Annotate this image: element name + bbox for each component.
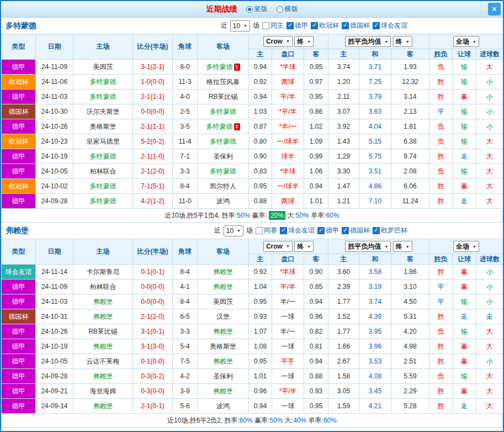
match-date: 24-10-23 xyxy=(36,134,73,149)
home-odds: 1.04 xyxy=(249,280,272,294)
home-team: 柏林联合 xyxy=(73,164,133,179)
checkbox-icon[interactable] xyxy=(262,22,269,29)
checkbox-icon[interactable] xyxy=(373,227,380,234)
away-odds: 0.94 xyxy=(304,354,328,369)
home-odds: 0.95 xyxy=(249,294,272,309)
avg-away-odds: 3.10 xyxy=(391,280,429,294)
avg-draw-odds: 3.79 xyxy=(359,89,391,104)
handicap-result: 赢 xyxy=(453,265,476,280)
summary-text: 单率: xyxy=(306,417,323,424)
avg-draw-odds: 4.21 xyxy=(359,399,391,414)
recent-count-select[interactable]: 10 ▼ xyxy=(230,20,250,31)
avg-draw-odds: 3.51 xyxy=(359,164,391,179)
home-odds: 0.94 xyxy=(249,399,272,414)
away-team: 多特蒙德 xyxy=(198,104,249,119)
results-table: 类型 日期 主场 比分(半场) 角球 客场 Crow▼ 终▼ 胜平负均值▼ 终▼ xyxy=(1,34,503,209)
handicap-result: 输 xyxy=(453,60,476,75)
col-odds-away: 客 xyxy=(304,49,328,60)
away-odds: 0.96 xyxy=(304,309,328,324)
filter-checkbox-league[interactable]: 德甲 xyxy=(317,226,339,235)
checkbox-icon[interactable] xyxy=(280,227,287,234)
goals-result: 小 xyxy=(476,104,503,119)
layout-horizontal-radio[interactable]: 横版 xyxy=(277,4,298,14)
chevron-down-icon: ▼ xyxy=(473,245,476,249)
filter-checkbox-league[interactable]: 球会友谊 xyxy=(280,226,315,235)
away-team: 弗赖堡 xyxy=(198,324,249,339)
away-odds: 0.90 xyxy=(304,265,328,280)
avg-away-odds: 1.81 xyxy=(391,119,429,134)
goals-result: 大 xyxy=(476,399,503,414)
match-date: 24-10-26 xyxy=(36,119,73,134)
summary-text: 60% xyxy=(323,417,337,424)
avg-odds-select[interactable]: 胜平负均值▼ xyxy=(345,36,391,47)
odds-final-select[interactable]: 终▼ xyxy=(294,241,314,252)
away-odds: 1.02 xyxy=(304,119,328,134)
goals-result: 小 xyxy=(476,265,503,280)
handicap: 一/球半 xyxy=(272,179,304,194)
radio-icon[interactable] xyxy=(246,6,253,13)
close-icon[interactable]: ✕ xyxy=(488,3,501,15)
col-away: 客场 xyxy=(198,239,249,265)
home-odds: 0.92 xyxy=(249,265,272,280)
checkbox-icon[interactable] xyxy=(311,22,318,29)
away-team: 弗赖堡 xyxy=(198,354,249,369)
score: 7-1(5-1) xyxy=(133,179,173,194)
away-team: 格拉茨风暴 xyxy=(198,75,249,89)
home-odds: 0.83 xyxy=(249,164,272,179)
away-odds: 1.09 xyxy=(304,134,328,149)
avg-away-odds: 6.38 xyxy=(391,134,429,149)
avg-odds-select[interactable]: 胜平负均值▼ xyxy=(345,241,391,252)
home-team: 卡尔斯鲁厄 xyxy=(73,265,133,280)
league-badge: 德甲 xyxy=(2,60,36,75)
match-row: 德甲24-10-19多特蒙德2-1(1-0)7-1圣保利0.90球半0.991.… xyxy=(2,149,503,164)
avg-away-odds: 5.31 xyxy=(391,309,429,324)
avg-final-select[interactable]: 终▼ xyxy=(393,241,412,252)
col-result: 胜负 xyxy=(429,49,453,60)
scope-select[interactable]: 全场▼ xyxy=(453,36,479,47)
filter-checkbox-league[interactable]: 德国杯 xyxy=(342,21,370,30)
recent-count-select[interactable]: 10 ▼ xyxy=(224,225,243,236)
handicap-result: 赢 xyxy=(453,339,476,354)
odds-company-select[interactable]: Crow▼ xyxy=(263,241,293,252)
odds-final-select[interactable]: 终▼ xyxy=(294,36,314,47)
checkbox-icon[interactable] xyxy=(317,227,325,234)
checkbox-icon[interactable] xyxy=(342,22,349,29)
checkbox-icon[interactable] xyxy=(256,227,263,234)
filter-checkbox-league[interactable]: 欧罗巴杯 xyxy=(373,226,407,235)
result: 胜 xyxy=(429,194,453,209)
result: 负 xyxy=(429,60,453,75)
corner-score: 3-5 xyxy=(173,119,198,134)
col-corner: 角球 xyxy=(173,34,198,60)
odds-company-select[interactable]: Crow▼ xyxy=(263,36,293,47)
checkbox-icon[interactable] xyxy=(342,227,349,234)
layout-vertical-radio[interactable]: 竖版 xyxy=(246,4,268,14)
select-value: 10 xyxy=(233,22,240,30)
filter-checkbox-league[interactable]: 欧冠杯 xyxy=(311,21,339,30)
league-badge: 德甲 xyxy=(2,399,36,414)
filter-checkbox-venue[interactable]: 同赛 xyxy=(256,226,277,235)
score: 3-1(2-1) xyxy=(133,60,173,75)
checkbox-icon[interactable] xyxy=(373,22,380,29)
filter-checkbox-venue[interactable]: 同主 xyxy=(262,21,284,30)
avg-final-select[interactable]: 终▼ xyxy=(393,36,412,47)
summary-line: 近10场,胜6平2负2, 胜率:60% 赢率:50% 大:40% 单率:60% xyxy=(1,414,503,428)
filter-checkbox-league[interactable]: 球会友谊 xyxy=(373,21,407,30)
chevron-down-icon: ▼ xyxy=(406,40,410,44)
avg-group-header: 胜平负均值▼ 终▼ xyxy=(328,239,429,254)
score: 2-1(2-0) xyxy=(133,164,173,179)
home-team: 多特蒙德 xyxy=(73,149,133,164)
radio-icon[interactable] xyxy=(277,6,283,13)
scope-select[interactable]: 全场▼ xyxy=(453,241,479,252)
checkbox-icon[interactable] xyxy=(287,22,294,29)
handicap: 两球 xyxy=(272,75,304,89)
away-team: 圣保利 xyxy=(198,369,249,384)
handicap: *半球 xyxy=(272,265,304,280)
avg-away-odds: 2.51 xyxy=(391,354,429,369)
match-row: 欧冠杯24-10-02多特蒙德7-1(5-1)8-4凯尔特人0.95一/球半0.… xyxy=(2,179,503,194)
filter-checkbox-league[interactable]: 德甲 xyxy=(287,21,308,30)
section-header: 弗赖堡 近 10 ▼ 场 同赛 球会友谊 德甲 xyxy=(1,223,503,239)
goals-result: 小 xyxy=(476,280,503,294)
match-date: 24-09-21 xyxy=(36,384,73,399)
corner-score: 4-0 xyxy=(173,89,198,104)
filter-checkbox-league[interactable]: 德国杯 xyxy=(342,226,370,235)
